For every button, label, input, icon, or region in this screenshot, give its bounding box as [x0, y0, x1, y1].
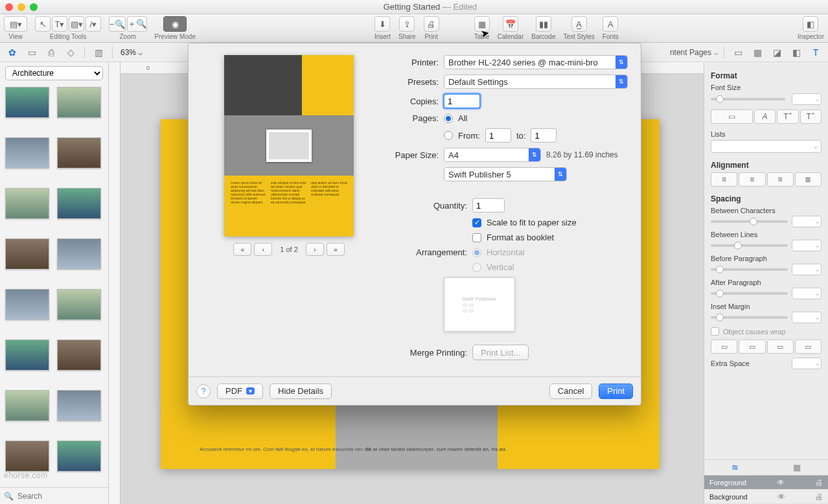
insp-appearance-icon[interactable]: ◪ [768, 45, 785, 60]
line-spacing-value[interactable] [792, 240, 822, 251]
presets-select[interactable]: Default Settings⇅ [444, 74, 628, 89]
align-left-icon[interactable]: ≡ [711, 172, 737, 187]
after-para-slider[interactable] [711, 292, 788, 295]
line-spacing-slider[interactable] [711, 244, 788, 247]
inset-slider[interactable] [711, 316, 788, 319]
clipart-thumb[interactable] [5, 87, 49, 118]
text-tool-icon[interactable]: T▾ [52, 16, 67, 32]
wrap-left-icon[interactable]: ▭ [739, 339, 765, 354]
wrap-none-icon[interactable]: ▭ [711, 339, 737, 354]
copies-input[interactable] [444, 94, 480, 108]
before-para-slider[interactable] [711, 268, 788, 271]
smart-shapes-tab-icon[interactable]: ◇ [62, 45, 79, 60]
layer-foreground[interactable]: Foreground👁🖨 [704, 475, 828, 490]
clipart-thumb[interactable] [5, 188, 49, 219]
italic-button[interactable]: A [754, 109, 776, 124]
shape-tool-icon[interactable]: ▧▾ [69, 16, 84, 32]
insert-button[interactable]: ⬇ [374, 16, 390, 32]
content-pages-label[interactable]: ntent Pages [670, 48, 711, 57]
char-spacing-slider[interactable] [711, 220, 788, 223]
clipart-tab-icon[interactable]: ✿ [4, 45, 21, 60]
eye-icon[interactable]: 👁 [777, 492, 785, 501]
preview-mode-button[interactable]: ◉ [163, 16, 187, 32]
extra-space-value[interactable] [792, 358, 822, 369]
insp-fill-icon[interactable]: ◧ [788, 45, 805, 60]
pages-view-icon[interactable]: ▥ [90, 45, 107, 60]
print-confirm-button[interactable]: Print [599, 384, 633, 399]
view-button[interactable]: ▤▾ [4, 16, 27, 32]
insp-geometry-icon[interactable]: ▦ [749, 45, 766, 60]
clipart-thumb[interactable] [57, 188, 101, 219]
printer-select[interactable]: Brother HL-2240 series @ mac-mini-bro⇅ [444, 55, 628, 69]
larger-text-button[interactable]: T˄ [800, 109, 822, 124]
clipart-thumb[interactable] [57, 441, 101, 472]
layers-grid-tab-icon[interactable]: ▦ [766, 460, 829, 475]
inspector-button[interactable]: ◧ [803, 16, 818, 32]
char-spacing-value[interactable] [792, 216, 822, 227]
close-window-icon[interactable] [5, 3, 13, 11]
after-para-value[interactable] [792, 288, 822, 299]
category-select[interactable]: Architecture [5, 66, 103, 80]
booklet-checkbox[interactable] [472, 233, 481, 242]
zoom-in-icon[interactable]: ＋🔍 [127, 16, 147, 32]
print-button[interactable]: 🖨 [424, 16, 439, 32]
clipart-thumb[interactable] [5, 339, 49, 371]
pages-from-input[interactable] [485, 128, 511, 143]
pdf-menu-button[interactable]: PDF [217, 384, 263, 399]
align-right-icon[interactable]: ≡ [767, 172, 794, 187]
scale-fit-checkbox[interactable]: ✓ [472, 218, 481, 227]
share-button[interactable]: ⇪ [399, 16, 415, 32]
barcode-button[interactable]: ▮▮ [536, 16, 551, 32]
smaller-text-button[interactable]: T˅ [777, 109, 798, 124]
object-wrap-checkbox[interactable]: Object causes wrap [711, 327, 822, 336]
insp-doc-icon[interactable]: ▭ [730, 45, 746, 60]
cancel-button[interactable]: Cancel [549, 384, 592, 399]
wrap-right-icon[interactable]: ▭ [795, 339, 822, 354]
clipart-thumb[interactable] [5, 137, 49, 168]
pager-first-icon[interactable]: « [233, 243, 251, 256]
paper-size-select[interactable]: A4⇅ [444, 148, 541, 162]
clipart-thumb[interactable] [57, 289, 101, 320]
quantity-input[interactable] [472, 198, 505, 212]
clipart-thumb[interactable] [57, 238, 101, 269]
photos-tab-icon[interactable]: ▭ [23, 45, 40, 60]
clipart-thumb[interactable] [5, 238, 49, 269]
selection-tool-icon[interactable]: ↖ [35, 16, 51, 32]
pager-next-icon[interactable]: › [306, 243, 324, 256]
text-styles-button[interactable]: A̲ [571, 16, 587, 32]
pages-range-radio[interactable] [444, 131, 453, 140]
table-button[interactable]: ▦ [474, 16, 490, 32]
font-size-slider[interactable] [711, 98, 785, 100]
clipart-thumb[interactable] [57, 390, 101, 421]
zoom-window-icon[interactable] [30, 3, 38, 11]
font-size-value[interactable] [792, 93, 822, 105]
align-justify-icon[interactable]: ≣ [795, 172, 822, 187]
lists-select[interactable] [711, 140, 822, 153]
print-visible-icon[interactable]: 🖨 [815, 492, 823, 501]
line-tool-icon[interactable]: /▾ [86, 16, 101, 32]
hide-details-button[interactable]: Hide Details [270, 384, 332, 399]
zoom-out-icon[interactable]: −🔍 [109, 16, 126, 32]
insp-text-icon[interactable]: T [807, 45, 824, 60]
inset-value[interactable] [792, 312, 822, 323]
clipart-thumb[interactable] [57, 339, 101, 371]
clipart-thumb[interactable] [57, 137, 101, 168]
pager-last-icon[interactable]: » [327, 243, 345, 256]
layer-background[interactable]: Background👁🖨 [704, 490, 828, 504]
layers-stack-tab-icon[interactable]: ≋ [704, 460, 766, 475]
calendar-button[interactable]: 📅 [503, 16, 518, 32]
search-input[interactable] [17, 492, 115, 501]
eye-icon[interactable]: 👁 [777, 478, 785, 487]
files-tab-icon[interactable]: ⎙ [43, 45, 60, 60]
pages-all-radio[interactable] [444, 114, 453, 123]
clipart-thumb[interactable] [5, 390, 49, 421]
wrap-around-icon[interactable]: ▭ [767, 339, 794, 354]
clipart-thumb[interactable] [5, 289, 49, 320]
align-center-icon[interactable]: ≡ [739, 172, 765, 187]
help-icon[interactable]: ? [196, 384, 211, 398]
app-options-select[interactable]: Swift Publisher 5⇅ [444, 167, 567, 181]
pages-to-input[interactable] [531, 128, 557, 143]
color-swatch[interactable]: ▭ [711, 109, 753, 124]
print-list-button[interactable]: Print List... [472, 345, 529, 360]
clipart-thumb[interactable] [57, 87, 101, 118]
